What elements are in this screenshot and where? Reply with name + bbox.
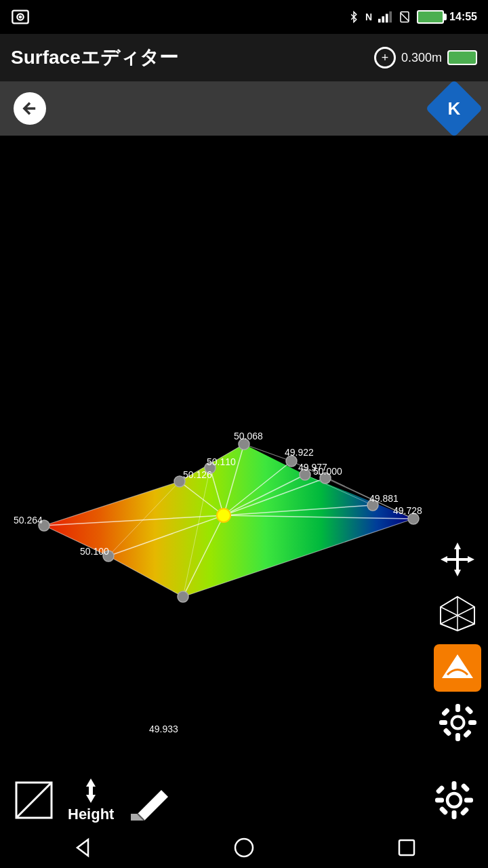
svg-marker-26	[441, 556, 447, 563]
svg-rect-5	[378, 19, 381, 23]
svg-point-35	[451, 716, 464, 728]
nav-bar	[0, 827, 488, 868]
nav-recent-button[interactable]	[386, 827, 427, 868]
point-label-6: 50.068	[234, 431, 263, 441]
svg-marker-25	[454, 570, 461, 576]
svg-rect-6	[382, 16, 384, 22]
svg-point-2	[19, 16, 22, 19]
svg-rect-40	[441, 707, 449, 716]
nav-home-button[interactable]	[224, 827, 264, 868]
selected-vertex-point[interactable]	[217, 509, 230, 522]
svg-line-10	[401, 13, 409, 21]
svg-rect-57	[464, 798, 473, 803]
settings-button[interactable]	[434, 698, 481, 746]
height-tool-button[interactable]: Height	[68, 777, 114, 823]
signal-icon	[378, 11, 392, 23]
mesh-tool-button[interactable]	[434, 590, 481, 637]
svg-rect-59	[460, 806, 469, 816]
svg-rect-36	[455, 704, 460, 712]
vertex-point[interactable]	[178, 591, 188, 602]
bottom-toolbar: Height	[0, 773, 488, 827]
svg-marker-27	[468, 556, 474, 563]
title-right-info: 0.300m	[374, 47, 477, 68]
svg-rect-49	[89, 786, 93, 795]
status-right: N 14:55	[348, 10, 477, 24]
svg-marker-24	[454, 542, 461, 549]
svg-point-53	[447, 793, 461, 807]
surface-visualization: 50.264 50.100 49.933 50.126 50.110 50.06…	[0, 136, 488, 746]
svg-rect-64	[399, 840, 414, 855]
point-label-3: 49.933	[149, 724, 178, 734]
svg-rect-55	[452, 810, 457, 819]
logo-button[interactable]: K	[434, 88, 474, 129]
svg-line-45	[16, 783, 52, 818]
move-tool-button[interactable]	[434, 536, 481, 583]
svg-rect-58	[435, 785, 445, 794]
back-button[interactable]	[14, 92, 46, 125]
svg-rect-7	[386, 14, 388, 22]
point-label-10: 49.881	[369, 493, 399, 504]
svg-rect-54	[452, 781, 457, 790]
svg-marker-47	[86, 778, 96, 787]
svg-rect-37	[455, 733, 460, 741]
distance-icon	[374, 47, 396, 68]
photo-icon	[11, 7, 30, 26]
canvas-area: 50.264 50.100 49.933 50.126 50.110 50.06…	[0, 136, 488, 746]
toolbar: K	[0, 81, 488, 136]
point-label-5: 50.110	[207, 456, 236, 467]
diagonal-tool-button[interactable]	[14, 780, 54, 821]
point-label-11: 49.728	[393, 505, 422, 516]
svg-rect-42	[443, 727, 451, 736]
bluetooth-icon	[348, 11, 360, 23]
svg-marker-48	[86, 795, 96, 803]
svg-rect-39	[468, 720, 476, 725]
nfc-icon: N	[365, 12, 372, 22]
nav-back-button[interactable]	[61, 827, 102, 868]
svg-marker-50	[138, 790, 168, 821]
height-label: Height	[68, 806, 114, 823]
point-label-9: 50.000	[313, 466, 342, 477]
point-label-1: 50.264	[14, 515, 43, 526]
point-label-7: 49.922	[285, 447, 314, 458]
right-tools-panel	[427, 136, 488, 753]
svg-rect-29	[447, 558, 468, 561]
battery-icon	[417, 10, 444, 24]
svg-point-63	[235, 839, 253, 856]
svg-rect-56	[435, 798, 444, 803]
svg-marker-34	[442, 654, 473, 678]
status-left	[11, 7, 30, 26]
bottom-gear-button[interactable]	[427, 773, 481, 827]
no-sim-icon	[398, 11, 411, 23]
battery-indicator	[447, 50, 477, 65]
status-bar: N 14:55	[0, 0, 488, 34]
point-label-4: 50.126	[183, 469, 212, 480]
page-title: Surfaceエディター	[11, 45, 178, 71]
surface-tool-button[interactable]	[434, 644, 481, 692]
svg-rect-43	[464, 705, 473, 714]
svg-rect-60	[439, 806, 448, 815]
svg-rect-38	[439, 720, 447, 725]
svg-rect-41	[462, 729, 471, 738]
svg-rect-61	[460, 783, 470, 792]
point-label-2: 50.100	[80, 546, 109, 557]
distance-value: 0.300m	[401, 51, 442, 65]
svg-marker-62	[77, 840, 88, 856]
svg-rect-8	[389, 12, 392, 23]
status-time: 14:55	[449, 11, 477, 23]
eraser-tool-button[interactable]	[127, 780, 168, 821]
title-bar: Surfaceエディター 0.300m	[0, 34, 488, 81]
